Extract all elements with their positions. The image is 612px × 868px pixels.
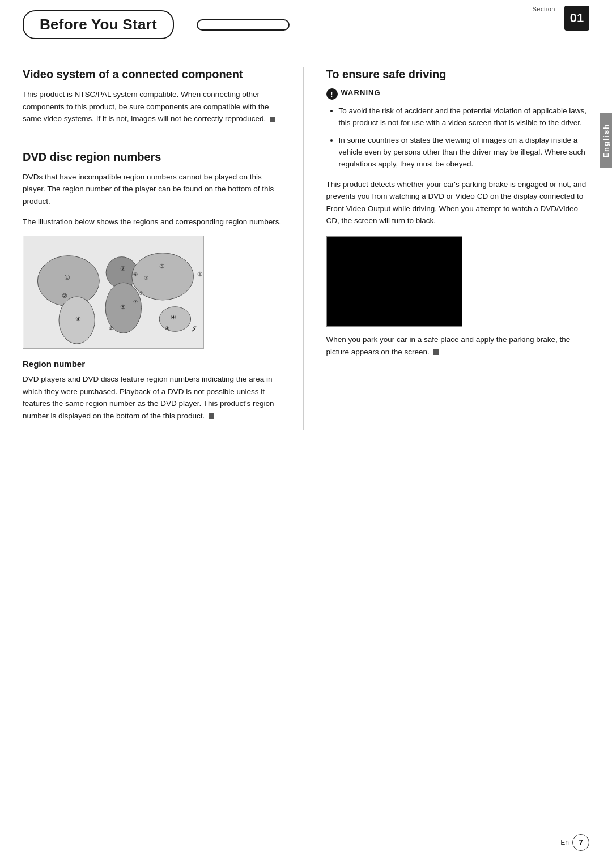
safe-driving-heading: To ensure safe driving bbox=[326, 67, 590, 82]
header-mid-box bbox=[197, 19, 290, 31]
warning-bullet-1: To avoid the risk of accident and the po… bbox=[339, 105, 590, 129]
svg-text:④: ④ bbox=[75, 316, 81, 323]
footer-language: En bbox=[560, 839, 569, 846]
svg-text:②: ② bbox=[144, 275, 148, 281]
park-body: When you park your car in a safe place a… bbox=[326, 333, 590, 358]
svg-text:⑤: ⑤ bbox=[120, 303, 126, 310]
parking-brake-body: This product detects whether your car's … bbox=[326, 178, 590, 227]
warning-bullet-list: To avoid the risk of accident and the po… bbox=[331, 105, 590, 170]
svg-text:②: ② bbox=[120, 266, 126, 272]
video-system-heading: Video system of a connected component bbox=[23, 67, 286, 82]
warning-label: WARNING bbox=[341, 88, 381, 97]
header: Before You Start Section 01 bbox=[0, 0, 612, 39]
dvd-region-heading: DVD disc region numbers bbox=[23, 150, 286, 164]
svg-text:④: ④ bbox=[165, 326, 169, 331]
language-tab: English bbox=[600, 113, 612, 168]
region-number-heading: Region number bbox=[23, 359, 286, 369]
svg-text:②: ② bbox=[62, 292, 67, 299]
dvd-region-body1: DVDs that have incompatible region numbe… bbox=[23, 171, 286, 208]
region-number-body: DVD players and DVD discs feature region… bbox=[23, 373, 286, 422]
main-content: Video system of a connected component Th… bbox=[0, 50, 612, 453]
world-map-image: ① ② ④ ② ⑤ ⑤ ④ ① ⑥ ② ③ ⑦ ② ④ 𝒥 bbox=[23, 236, 204, 349]
page: Before You Start Section 01 English Vide… bbox=[0, 0, 612, 868]
svg-text:③: ③ bbox=[139, 290, 143, 296]
section-number: 01 bbox=[564, 6, 589, 31]
warning-icon: ! bbox=[326, 88, 338, 100]
svg-text:⑤: ⑤ bbox=[159, 263, 165, 270]
footer-page-number: 7 bbox=[572, 834, 589, 851]
svg-text:④: ④ bbox=[171, 314, 176, 320]
section-label: Section bbox=[532, 6, 555, 12]
svg-text:②: ② bbox=[109, 326, 113, 331]
video-system-body: This product is NTSC/PAL system compatib… bbox=[23, 88, 286, 125]
left-column: Video system of a connected component Th… bbox=[23, 67, 304, 430]
svg-text:⑦: ⑦ bbox=[133, 299, 138, 305]
right-column: To ensure safe driving ! WARNING To avoi… bbox=[304, 67, 590, 430]
svg-text:①: ① bbox=[64, 273, 70, 281]
warning-bullet-2: In some countries or states the viewing … bbox=[339, 135, 590, 170]
dvd-region-body2: The illustration below shows the regions… bbox=[23, 216, 286, 228]
page-title: Before You Start bbox=[23, 10, 174, 39]
black-screen-image bbox=[326, 236, 462, 327]
svg-text:①: ① bbox=[197, 271, 203, 277]
end-marker-1 bbox=[270, 117, 275, 122]
warning-box: ! WARNING bbox=[326, 88, 590, 100]
svg-text:⑥: ⑥ bbox=[133, 272, 138, 277]
end-marker-2 bbox=[209, 413, 214, 419]
footer: En 7 bbox=[560, 834, 589, 851]
end-marker-3 bbox=[434, 349, 439, 355]
